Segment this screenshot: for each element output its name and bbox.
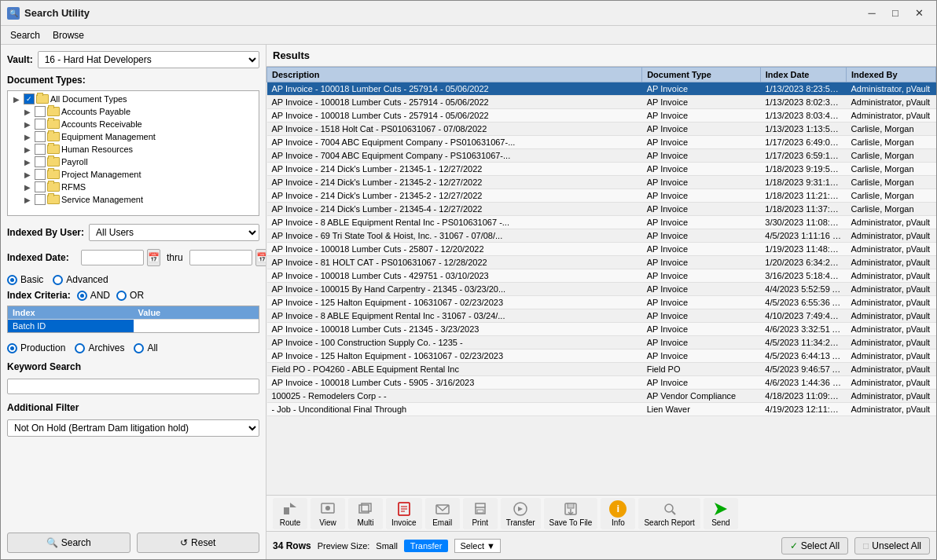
tree-item-ar[interactable]: ▶ Accounts Receivable bbox=[9, 118, 257, 130]
tree-item-payroll[interactable]: ▶ Payroll bbox=[9, 156, 257, 168]
print-button[interactable]: Print bbox=[463, 498, 498, 529]
checkbox-ar[interactable] bbox=[35, 119, 46, 130]
table-row[interactable]: AP Invoice - 100018 Lumber Cuts - 429751… bbox=[267, 269, 936, 283]
keyword-input[interactable] bbox=[7, 379, 259, 394]
expand-pm-icon[interactable]: ▶ bbox=[22, 169, 33, 180]
tree-item-hr[interactable]: ▶ Human Resources bbox=[9, 143, 257, 156]
checkbox-pm[interactable] bbox=[35, 169, 46, 180]
route-button[interactable]: Route bbox=[273, 498, 307, 529]
reset-button[interactable]: ↺ Reset bbox=[137, 533, 260, 553]
expand-sm-icon[interactable]: ▶ bbox=[22, 194, 33, 205]
cell-by: Administrator, pVault bbox=[846, 309, 935, 323]
basic-radio[interactable]: Basic bbox=[7, 274, 43, 285]
criteria-row-0[interactable]: Batch ID bbox=[8, 319, 259, 332]
table-row[interactable]: - Job - Unconditional Final ThroughLien … bbox=[267, 403, 936, 416]
search-report-label: Search Report bbox=[644, 518, 694, 527]
send-button[interactable]: Send bbox=[704, 498, 738, 529]
checkbox-all[interactable]: ✓ bbox=[24, 93, 35, 104]
table-row[interactable]: AP Invoice - 100018 Lumber Cuts - 21345 … bbox=[267, 323, 936, 336]
checkbox-sm[interactable] bbox=[35, 194, 46, 205]
date-from-calendar-button[interactable]: 📅 bbox=[147, 249, 160, 266]
tree-item-ap[interactable]: ▶ Accounts Payable bbox=[9, 105, 257, 118]
tree-item-sm[interactable]: ▶ Service Management bbox=[9, 193, 257, 206]
table-row[interactable]: AP Invoice - 100018 Lumber Cuts - 25807 … bbox=[267, 243, 936, 256]
table-row[interactable]: AP Invoice - 214 Dick's Lumber - 21345-4… bbox=[267, 203, 936, 216]
table-row[interactable]: AP Invoice - 125 Halton Equipment - 1063… bbox=[267, 350, 936, 363]
select-all-button[interactable]: ✓ Select All bbox=[781, 537, 848, 555]
cell-desc: AP Invoice - 125 Halton Equipment - 1063… bbox=[267, 350, 642, 363]
table-row[interactable]: AP Invoice - 100018 Lumber Cuts - 257914… bbox=[267, 82, 936, 96]
expand-ar-icon[interactable]: ▶ bbox=[22, 119, 33, 130]
date-to-input[interactable] bbox=[189, 250, 252, 265]
table-row[interactable]: AP Invoice - 81 HOLT CAT - PS010631067 -… bbox=[267, 256, 936, 269]
addfilter-select[interactable]: Not On Hold (Bertram Dam litigation hold… bbox=[7, 419, 259, 437]
table-row[interactable]: AP Invoice - 7004 ABC Equipment Company … bbox=[267, 149, 936, 163]
tree-item-pm[interactable]: ▶ Project Management bbox=[9, 168, 257, 181]
col-indexdate[interactable]: Index Date bbox=[760, 68, 846, 82]
results-table[interactable]: Description Document Type Index Date Ind… bbox=[266, 67, 936, 495]
table-row[interactable]: AP Invoice - 69 Tri State Tool & Hoist, … bbox=[267, 229, 936, 243]
checkbox-em[interactable] bbox=[35, 131, 46, 142]
close-button[interactable]: ✕ bbox=[908, 5, 930, 21]
table-row[interactable]: AP Invoice - 8 ABLE Equipment Rental Inc… bbox=[267, 216, 936, 229]
checkbox-ap[interactable] bbox=[35, 106, 46, 117]
or-radio[interactable]: OR bbox=[116, 290, 144, 301]
unselect-all-button[interactable]: □ Unselect All bbox=[854, 537, 930, 555]
menu-search[interactable]: Search bbox=[4, 28, 46, 42]
checkbox-rfms[interactable] bbox=[35, 181, 46, 192]
expand-all-icon[interactable]: ▶ bbox=[11, 93, 22, 104]
expand-hr-icon[interactable]: ▶ bbox=[22, 144, 33, 155]
and-radio[interactable]: AND bbox=[77, 290, 110, 301]
checkbox-hr[interactable] bbox=[35, 144, 46, 155]
production-radio[interactable]: Production bbox=[7, 342, 65, 353]
table-row[interactable]: AP Invoice - 214 Dick's Lumber - 21345-2… bbox=[267, 189, 936, 203]
save-to-file-button[interactable]: Save To File bbox=[544, 498, 598, 529]
search-report-button[interactable]: Search Report bbox=[638, 498, 700, 529]
transfer-button[interactable]: Transfer bbox=[501, 498, 541, 529]
table-row[interactable]: AP Invoice - 100 Construction Supply Co.… bbox=[267, 336, 936, 350]
email-button[interactable]: Email bbox=[425, 498, 460, 529]
expand-ap-icon[interactable]: ▶ bbox=[22, 106, 33, 117]
table-row[interactable]: AP Invoice - 1518 Holt Cat - PS010631067… bbox=[267, 123, 936, 136]
archives-radio[interactable]: Archives bbox=[75, 342, 124, 353]
table-row[interactable]: AP Invoice - 100018 Lumber Cuts - 257914… bbox=[267, 96, 936, 109]
vault-select[interactable]: 16 - Hard Hat Developers bbox=[38, 51, 259, 68]
select-dropdown[interactable]: Select ▼ bbox=[454, 539, 501, 553]
search-button[interactable]: 🔍 Search bbox=[7, 533, 130, 553]
table-row[interactable]: AP Invoice - 8 ABLE Equipment Rental Inc… bbox=[267, 309, 936, 323]
col-doctype[interactable]: Document Type bbox=[642, 68, 761, 82]
all-radio[interactable]: All bbox=[134, 342, 157, 353]
tree-item-rfms[interactable]: ▶ RFMS bbox=[9, 181, 257, 193]
table-row[interactable]: AP Invoice - 100018 Lumber Cuts - 257914… bbox=[267, 109, 936, 123]
indexed-by-select[interactable]: All Users bbox=[89, 224, 259, 241]
expand-em-icon[interactable]: ▶ bbox=[22, 131, 33, 142]
tree-item-em[interactable]: ▶ Equipment Management bbox=[9, 130, 257, 143]
table-row[interactable]: AP Invoice - 7004 ABC Equipment Company … bbox=[267, 136, 936, 149]
menu-browse[interactable]: Browse bbox=[46, 28, 90, 42]
table-row[interactable]: AP Invoice - 125 Halton Equipment - 1063… bbox=[267, 296, 936, 309]
maximize-button[interactable]: □ bbox=[884, 5, 906, 21]
multi-button[interactable]: Multi bbox=[348, 498, 383, 529]
expand-rfms-icon[interactable]: ▶ bbox=[22, 181, 33, 192]
expand-payroll-icon[interactable]: ▶ bbox=[22, 156, 33, 167]
table-row[interactable]: AP Invoice - 100018 Lumber Cuts - 5905 -… bbox=[267, 376, 936, 390]
date-from-input[interactable] bbox=[81, 250, 144, 265]
date-to-calendar-button[interactable]: 📅 bbox=[255, 249, 266, 266]
minimize-button[interactable]: ─ bbox=[861, 5, 883, 21]
table-row[interactable]: AP Invoice - 100015 By Hand Carpentry - … bbox=[267, 283, 936, 296]
tree-item-all[interactable]: ▶ ✓ All Document Types bbox=[9, 93, 257, 105]
info-button[interactable]: i Info bbox=[601, 498, 635, 529]
col-description[interactable]: Description bbox=[267, 68, 642, 82]
table-row[interactable]: AP Invoice - 214 Dick's Lumber - 21345-1… bbox=[267, 163, 936, 176]
table-row[interactable]: AP Invoice - 214 Dick's Lumber - 21345-2… bbox=[267, 176, 936, 189]
col-indexedby[interactable]: Indexed By bbox=[846, 68, 935, 82]
cell-date: 1/17/2023 6:59:11 AM bbox=[760, 149, 846, 163]
advanced-radio[interactable]: Advanced bbox=[53, 274, 108, 285]
view-button[interactable]: View bbox=[310, 498, 345, 529]
table-row[interactable]: 100025 - Remodelers Corp - -AP Vendor Co… bbox=[267, 390, 936, 403]
checkbox-payroll[interactable] bbox=[35, 156, 46, 167]
cell-type: AP Invoice bbox=[642, 163, 761, 176]
table-row[interactable]: Field PO - PO4260 - ABLE Equipment Renta… bbox=[267, 363, 936, 376]
criteria-cell-value-0[interactable] bbox=[134, 320, 259, 332]
invoice-button[interactable]: Invoice bbox=[386, 498, 422, 529]
